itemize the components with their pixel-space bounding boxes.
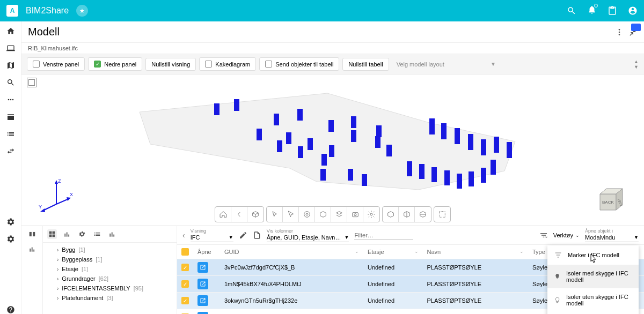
row-checkbox[interactable]: ✓ (181, 297, 189, 304)
filter-input[interactable] (354, 231, 413, 240)
svg-point-2 (12, 99, 13, 101)
tree-item[interactable]: ›Byggeplass [1] (47, 255, 172, 264)
tree-bar-icon[interactable] (107, 229, 117, 239)
send-objekter-toggle[interactable]: Send objekter til tabell (259, 57, 339, 71)
menu-isoler-uten[interactable]: Isoler uten skygge i IFC modell (547, 288, 639, 312)
cell-guid: 2kUDGlL3n4WRbbExvYxBtT (220, 309, 363, 315)
svg-point-4 (619, 31, 620, 33)
svg-rect-36 (64, 234, 65, 237)
notifications-button[interactable] (587, 5, 597, 17)
apne-objekt-select[interactable]: Åpne objekt i Modalvindu▼ (585, 228, 639, 242)
edit-icon[interactable] (239, 231, 247, 240)
vis-kolonner-select[interactable]: Vis kolonner Åpne, GUID, Etasje, Navn…▼ (267, 228, 349, 242)
nullstill-tabell-button[interactable]: Nullstill tabell (342, 58, 389, 71)
open-button[interactable] (197, 312, 208, 314)
measure-icon[interactable] (434, 207, 450, 222)
view-cube[interactable]: BACK LEFT (596, 186, 628, 215)
col-guid[interactable]: GUID⌄ (220, 245, 363, 259)
col-etasje[interactable]: Etasje⌄ (363, 245, 423, 259)
svg-rect-41 (113, 235, 114, 237)
svg-line-9 (43, 204, 56, 211)
tab-chart-icon[interactable] (28, 245, 36, 253)
open-button[interactable] (197, 279, 208, 289)
tree-gear-icon[interactable] (77, 229, 87, 239)
map-icon[interactable] (6, 61, 15, 70)
menu-isoler-med[interactable]: Isoler med skygge i IFC modell (547, 265, 639, 288)
favorite-icon[interactable]: ★ (76, 5, 88, 17)
cursor-icon (590, 253, 598, 263)
viewer-toolbar (215, 206, 451, 222)
nullstill-visning-button[interactable]: Nullstill visning (145, 58, 196, 71)
cursor-tool-icon[interactable] (267, 207, 283, 222)
box-tool-icon[interactable] (315, 207, 331, 222)
cell-etasje: Undefined (363, 309, 423, 315)
filter-icon[interactable] (539, 231, 548, 240)
selection-tool-icon[interactable] (27, 78, 36, 87)
svg-text:Y: Y (39, 204, 42, 210)
tab-split-icon[interactable] (28, 230, 36, 238)
cube-view-icon[interactable] (247, 207, 264, 222)
menu-vis-seleksjon[interactable]: Vis seleksjonsboks i IFC mo… (547, 312, 639, 314)
tree-list-icon[interactable] (92, 229, 102, 239)
tree-item[interactable]: ›Platefundament [3] (47, 293, 172, 303)
prev-view-icon[interactable] (231, 207, 247, 222)
account-icon[interactable] (628, 6, 638, 16)
section1-icon[interactable] (383, 207, 399, 222)
col-navn[interactable]: Navn⌄ (423, 245, 528, 259)
layers-tool-icon[interactable] (331, 207, 347, 222)
help-icon[interactable] (6, 305, 15, 314)
tree-item[interactable]: ›Grunndrager [62] (47, 274, 172, 283)
cell-guid: 3vPc0wJzf7dgd7CfCjX$_B (220, 259, 363, 276)
venstre-panel-toggle[interactable]: Venstre panel (27, 57, 85, 71)
dots-icon[interactable] (6, 95, 15, 104)
settings2-icon[interactable] (6, 235, 15, 243)
more-vert-icon[interactable] (615, 28, 624, 36)
row-checkbox[interactable]: ✓ (181, 280, 189, 288)
verktoy-dropdown[interactable]: Verktøy⌄ (553, 232, 580, 238)
model-viewer[interactable]: Z Y X BACK LEFT (21, 74, 644, 226)
tree-item[interactable]: ›Bygg [1] (47, 245, 172, 255)
swap-icon[interactable] (6, 147, 15, 155)
layout-select[interactable]: Velg modell layout (397, 61, 444, 68)
document-icon[interactable] (253, 231, 261, 240)
tree-chart-icon[interactable] (62, 229, 72, 239)
open-button[interactable] (197, 262, 208, 273)
file-name: RIB_Klimahuset.ifc (21, 43, 644, 54)
kakediagram-toggle[interactable]: Kakediagram (199, 57, 256, 71)
home-view-icon[interactable] (215, 207, 231, 222)
clipboard-icon[interactable] (608, 6, 617, 16)
tree-view-icon[interactable] (47, 229, 57, 239)
row-checkbox[interactable]: ✓ (181, 264, 189, 271)
section3-icon[interactable] (415, 207, 431, 222)
section2-icon[interactable] (399, 207, 415, 222)
settings-icon[interactable] (6, 218, 15, 226)
tree-item[interactable]: ›Etasje [1] (47, 264, 172, 274)
target-tool-icon[interactable] (299, 207, 315, 222)
svg-point-22 (306, 213, 308, 215)
blue-badge[interactable] (631, 24, 641, 31)
open-button[interactable] (197, 295, 208, 306)
search-nav-icon[interactable] (6, 78, 15, 87)
svg-text:Z: Z (58, 178, 61, 184)
home-icon[interactable] (6, 27, 15, 35)
toolbar-scroll[interactable]: ▲▼ (634, 59, 639, 70)
nedre-panel-toggle[interactable]: Nedre panel (88, 57, 142, 71)
search-icon[interactable] (567, 6, 576, 16)
page-title: Modell (28, 26, 60, 38)
select-all-checkbox[interactable] (181, 248, 189, 256)
camera-tool-icon[interactable] (347, 207, 363, 222)
window-icon[interactable] (6, 113, 15, 121)
svg-rect-37 (67, 233, 68, 237)
select-tool-icon[interactable] (283, 207, 299, 222)
col-apne[interactable]: Åpne (193, 245, 220, 259)
cell-etasje: Undefined (363, 259, 423, 276)
svg-rect-23 (352, 213, 358, 217)
laptop-icon[interactable] (6, 44, 15, 53)
tree-item[interactable]: ›IFCELEMENTASSEMBLY [95] (47, 283, 172, 293)
table-prev-icon[interactable]: ‹ (182, 231, 185, 240)
visning-select[interactable]: Visning IFC▼ (191, 228, 233, 242)
gear-tool-icon[interactable] (363, 207, 379, 222)
list-icon[interactable] (6, 130, 15, 138)
axis-gizmo[interactable]: Z Y X (38, 177, 75, 215)
svg-point-0 (8, 99, 9, 101)
